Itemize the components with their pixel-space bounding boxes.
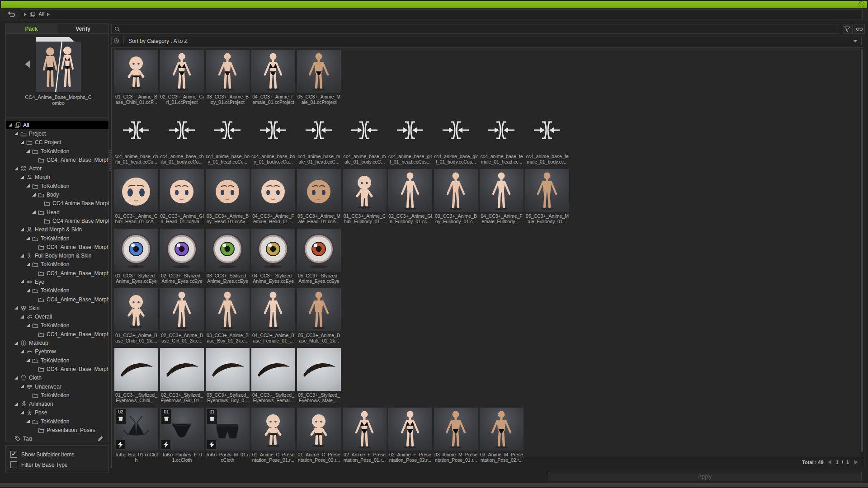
- tree-item-tokomotion[interactable]: ToKoMotion: [6, 182, 108, 190]
- tree-expander-icon[interactable]: [9, 123, 12, 127]
- grid-item[interactable]: 04_CC3+_Anime_Base_Female_01_...: [251, 288, 295, 343]
- tree-item-full-body-morph-skin[interactable]: Full Body Morph & Skin: [6, 251, 108, 260]
- tree-item-project[interactable]: Project: [6, 129, 108, 138]
- grid-item[interactable]: 04_CC3+_Stylized_Anime_Eyes.ccEye: [251, 229, 295, 284]
- tree-expander-icon[interactable]: [20, 228, 24, 231]
- grid-item[interactable]: 01_CC3+_Anime_Base_Chibi_01_2k....: [114, 288, 158, 343]
- tree-item-cc4-anime-base-morphs[interactable]: CC4_Anime_Base_Morphs: [6, 365, 108, 373]
- grid-item[interactable]: 04_CC3+_Anime_Female_01.ccProject: [251, 50, 295, 105]
- grid-item[interactable]: 01_CC3+_Anime_Base_Chibi_01.ccP...: [114, 50, 158, 105]
- tree-item-cc4-anime-base-morphs[interactable]: CC4_Anime_Base_Morphs: [6, 330, 108, 338]
- tree-item-makeup[interactable]: Makeup: [6, 338, 108, 347]
- grid-item[interactable]: cc4_anime_base_male_01_body.ccC...: [343, 109, 387, 164]
- tree-expander-icon[interactable]: [26, 359, 30, 362]
- tree-item-cc4-anime-base-morphs[interactable]: CC4 Anime Base Morphs: [6, 199, 108, 208]
- grid-item[interactable]: 03_CC3+_Anime_Base_Boy_01_2k.c...: [206, 288, 250, 343]
- tree-expander-icon[interactable]: [26, 237, 30, 240]
- tree-item-body[interactable]: Body: [6, 190, 108, 199]
- grid-item[interactable]: cc4_anime_base_male_01_head.ccC...: [297, 109, 341, 164]
- tree-expander-icon[interactable]: [14, 376, 18, 380]
- checkbox-show-subfolder-items[interactable]: Show Subfolder Items: [10, 449, 104, 460]
- tree-item-tokomotion[interactable]: ToKoMotion: [6, 321, 108, 330]
- tree-item-head-morph-skin[interactable]: Head Morph & Skin: [6, 225, 108, 234]
- tree-item-tokomotion[interactable]: ToKoMotion: [6, 356, 108, 365]
- tree-expander-icon[interactable]: [20, 315, 24, 319]
- tree-item-presentation-poses[interactable]: Presentation_Poses: [6, 426, 108, 434]
- grid-item[interactable]: cc4_anime_base_boy_01_head.ccCu...: [206, 109, 250, 164]
- tree-item-tokomotion[interactable]: ToKoMotion: [6, 417, 108, 426]
- breadcrumb[interactable]: All: [20, 9, 863, 19]
- tree-item-tokomotion[interactable]: ToKoMotion: [6, 391, 108, 399]
- tree-expander-icon[interactable]: [14, 342, 18, 345]
- grid-item[interactable]: 03_CC3+_Anime_Boy_Head_01.ccAv...: [206, 169, 250, 224]
- grid-item[interactable]: 02_CC3+_Anime_Base_Girl_01_2k.c...: [160, 288, 204, 343]
- tree-expander-icon[interactable]: [14, 306, 18, 310]
- grid-item[interactable]: cc4_anime_base_girl_01_body.ccCus...: [434, 109, 478, 164]
- find-similar-button[interactable]: [854, 24, 865, 34]
- tree-item-cc-project[interactable]: CC Project: [6, 138, 108, 147]
- tree-expander-icon[interactable]: [20, 385, 24, 388]
- tree-item-tokomotion[interactable]: ToKoMotion: [6, 286, 108, 295]
- tree-item-morph[interactable]: Morph: [6, 173, 108, 182]
- next-page-arrow[interactable]: [854, 460, 858, 465]
- grid-item[interactable]: 05_CC3+_Stylized_Anime_Eyes.ccEye: [297, 229, 341, 284]
- grid-item[interactable]: 02_Anime_F_Presentation_Pose_02.r...: [388, 408, 432, 463]
- recent-sort-button[interactable]: [111, 37, 121, 45]
- grid-item[interactable]: 03_CC3+_Anime_Boy_Fullbody_01.c...: [434, 169, 478, 224]
- grid-item[interactable]: 01_CC3+_Anime_Chibi_Fullbody_01....: [343, 169, 387, 224]
- grid-item[interactable]: 03_CC3+_Anime_Boy_01.ccProject: [206, 50, 250, 105]
- grid-item[interactable]: 01ToKo_Panties_F_01.ccCloth: [160, 408, 204, 463]
- tree-item-cc4-anime-base-morphs[interactable]: CC4_Anime_Base_Morphs: [6, 155, 108, 164]
- tree-item-cc4-anime-base-morphs[interactable]: CC4 Anime Base Morphs: [6, 216, 108, 225]
- checkbox-unchecked-icon[interactable]: [10, 461, 17, 468]
- grid-item[interactable]: 02_CC3+_Anime_Girl_Fullbody_01.cc...: [388, 169, 432, 224]
- previous-page-arrow[interactable]: [828, 460, 831, 465]
- tree-item-cc4-anime-base-morphs[interactable]: CC4_Anime_Base_Morphs: [6, 295, 108, 304]
- tree-expander-icon[interactable]: [14, 132, 18, 135]
- grid-item[interactable]: 01ToKo_Pants_M_01.ccCloth: [206, 408, 250, 463]
- tree-expander-icon[interactable]: [32, 193, 36, 197]
- grid-item[interactable]: 05_CC3+_Anime_Male_01.ccProject: [297, 50, 341, 105]
- grid-item[interactable]: 02_CC3+_Stylized_Anime_Eyes.ccEye: [160, 229, 204, 284]
- filter-button[interactable]: [842, 24, 853, 34]
- tree-item-overall[interactable]: Overall: [6, 313, 108, 321]
- tree-item-eyebrow[interactable]: Eyebrow: [6, 347, 108, 356]
- tree-expander-icon[interactable]: [26, 289, 30, 292]
- grid-item[interactable]: cc4_anime_base_chibi_01_head.ccCu...: [114, 109, 158, 164]
- grid-item[interactable]: 01_CC3+_Stylized_Anime_Eyes.ccEye: [114, 229, 158, 284]
- apply-button[interactable]: Apply: [548, 472, 862, 481]
- tree-expander-icon[interactable]: [14, 403, 18, 406]
- grid-item[interactable]: cc4_anime_base_girl_01_head.ccCus...: [388, 109, 432, 164]
- tree-item-animation[interactable]: Animation: [6, 400, 108, 408]
- search-input[interactable]: [123, 26, 839, 32]
- grid-item[interactable]: 04_CC3+_Anime_Female_Fullbody_...: [480, 169, 524, 224]
- grid-item[interactable]: 01_CC3+_Anime_Chibi_Head_01.ccA...: [114, 169, 158, 224]
- grid-item[interactable]: 03_CC3+_Stylized_Anime_Eyes.ccEye: [206, 229, 250, 284]
- grid-item[interactable]: 01_CC3+_Stylized_Eyebrows_Chibi_...: [114, 348, 158, 403]
- checkbox-checked-icon[interactable]: [10, 451, 17, 458]
- tree-item-eye[interactable]: Eye: [6, 277, 108, 286]
- tree-item-tokomotion[interactable]: ToKoMotion: [6, 147, 108, 155]
- tree-item-cloth[interactable]: Cloth: [6, 374, 108, 382]
- tree-item-cc4-anime-base-morphs[interactable]: CC4_Anime_Base_Morphs: [6, 269, 108, 277]
- tab-verify[interactable]: Verify: [57, 24, 108, 33]
- close-icon[interactable]: ×: [859, 1, 864, 7]
- grid-item[interactable]: 05_CC3+_Anime_Male_Head_01.ccA...: [297, 169, 341, 224]
- grid-item[interactable]: 04_CC3+_Stylized_Eyebrows_Femal...: [251, 348, 295, 403]
- tree-expander-icon[interactable]: [20, 411, 24, 414]
- tree-item-head[interactable]: Head: [6, 208, 108, 216]
- tree-expander-icon[interactable]: [32, 211, 36, 214]
- edit-tag-pencil-icon[interactable]: [97, 436, 104, 441]
- tree-item-underwear[interactable]: Underwear: [6, 382, 108, 391]
- tree-expander-icon[interactable]: [20, 176, 24, 179]
- tree-expander-icon[interactable]: [20, 350, 24, 353]
- grid-item[interactable]: cc4_anime_base_chibi_01_body.ccCu...: [160, 109, 204, 164]
- tree-expander-icon[interactable]: [26, 263, 30, 266]
- tree-item-tokomotion[interactable]: ToKoMotion: [6, 260, 108, 269]
- pack-thumbnail[interactable]: [36, 37, 81, 92]
- tree-item-skin[interactable]: Skin: [6, 304, 108, 312]
- tree-expander-icon[interactable]: [20, 141, 24, 144]
- grid-item[interactable]: 02_CC3+_Anime_Girl_Head_01.ccAva...: [160, 169, 204, 224]
- grid-item[interactable]: 04_CC3+_Anime_Female_Head_01....: [251, 169, 295, 224]
- tree-item-cc4-anime-base-morphs[interactable]: CC4_Anime_Base_Morphs: [6, 243, 108, 251]
